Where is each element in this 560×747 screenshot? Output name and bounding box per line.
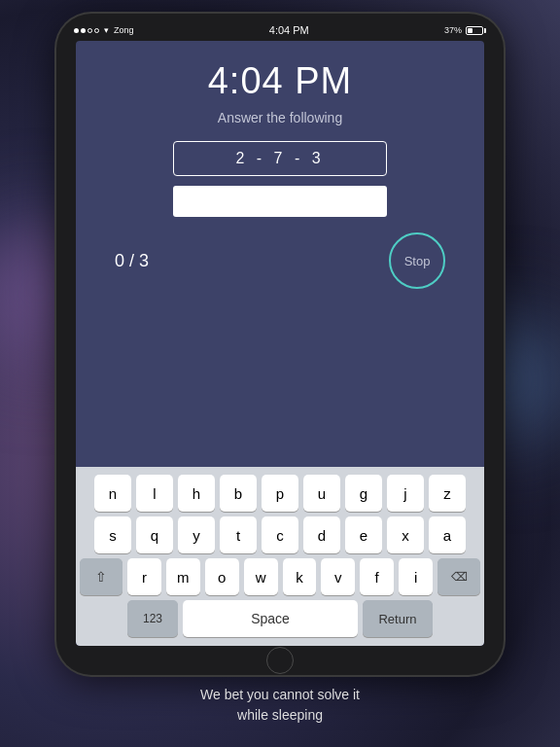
key-m[interactable]: m bbox=[166, 558, 200, 595]
backspace-icon: ⌫ bbox=[451, 570, 468, 584]
home-button[interactable] bbox=[266, 647, 294, 674]
status-bar: ▾ Zong 4:04 PM 37% bbox=[56, 14, 504, 41]
keyboard-row-1: n l h b p u g j z bbox=[80, 475, 480, 512]
key-v[interactable]: v bbox=[321, 558, 355, 595]
key-n[interactable]: n bbox=[94, 475, 131, 512]
key-u[interactable]: u bbox=[303, 475, 340, 512]
backspace-key[interactable]: ⌫ bbox=[438, 558, 480, 595]
key-d[interactable]: d bbox=[303, 516, 340, 553]
sequence-box: 2 - 7 - 3 bbox=[173, 141, 387, 176]
return-key[interactable]: Return bbox=[363, 600, 433, 637]
status-left: ▾ Zong bbox=[74, 25, 134, 35]
key-s[interactable]: s bbox=[94, 516, 131, 553]
status-time: 4:04 PM bbox=[269, 24, 309, 36]
progress-text: 0 / 3 bbox=[115, 251, 149, 271]
key-o[interactable]: o bbox=[205, 558, 239, 595]
status-right: 37% bbox=[444, 25, 486, 35]
space-label: Space bbox=[251, 611, 290, 626]
key-e[interactable]: e bbox=[345, 516, 382, 553]
content-area: 4:04 PM Answer the following 2 - 7 - 3 0… bbox=[76, 41, 484, 467]
keyboard-row-2: s q y t c d e x a bbox=[80, 516, 480, 553]
signal-dot-2 bbox=[81, 28, 86, 33]
space-key[interactable]: Space bbox=[183, 600, 358, 637]
key-a[interactable]: a bbox=[429, 516, 466, 553]
signal-dot-3 bbox=[88, 28, 92, 33]
key-b[interactable]: b bbox=[220, 475, 257, 512]
keyboard: n l h b p u g j z s q y t c d e x a bbox=[76, 467, 484, 646]
signal-dot-4 bbox=[94, 28, 99, 33]
key-x[interactable]: x bbox=[387, 516, 424, 553]
key-h[interactable]: h bbox=[178, 475, 215, 512]
answer-input[interactable] bbox=[173, 186, 387, 217]
shift-icon: ⇧ bbox=[95, 569, 107, 585]
key-y[interactable]: y bbox=[178, 516, 215, 553]
caption: We bet you cannot solve it while sleepin… bbox=[200, 685, 360, 726]
key-p[interactable]: p bbox=[262, 475, 298, 512]
key-r[interactable]: r bbox=[127, 558, 161, 595]
keyboard-row-3: ⇧ r m o w k v f i ⌫ bbox=[80, 558, 480, 595]
prompt-text: Answer the following bbox=[218, 110, 342, 125]
key-z[interactable]: z bbox=[429, 475, 466, 512]
key-q[interactable]: q bbox=[136, 516, 173, 553]
numbers-key[interactable]: 123 bbox=[127, 600, 178, 637]
key-f[interactable]: f bbox=[360, 558, 394, 595]
key-c[interactable]: c bbox=[262, 516, 298, 553]
key-k[interactable]: k bbox=[283, 558, 317, 595]
time-display: 4:04 PM bbox=[208, 60, 353, 102]
caption-line2: while sleeping bbox=[200, 705, 360, 726]
key-i[interactable]: i bbox=[399, 558, 433, 595]
shift-key[interactable]: ⇧ bbox=[80, 558, 122, 595]
screen: 4:04 PM Answer the following 2 - 7 - 3 0… bbox=[76, 41, 484, 646]
home-button-area bbox=[56, 646, 504, 675]
key-j[interactable]: j bbox=[387, 475, 424, 512]
numbers-label: 123 bbox=[143, 612, 162, 625]
key-w[interactable]: w bbox=[244, 558, 278, 595]
caption-line1: We bet you cannot solve it bbox=[200, 685, 360, 705]
battery-icon bbox=[466, 26, 486, 35]
progress-stop-row: 0 / 3 Stop bbox=[105, 232, 455, 289]
signal-dot-1 bbox=[74, 28, 79, 33]
wifi-icon: ▾ bbox=[104, 25, 109, 35]
carrier-name: Zong bbox=[114, 25, 134, 35]
key-g[interactable]: g bbox=[345, 475, 382, 512]
key-l[interactable]: l bbox=[136, 475, 173, 512]
battery-percent: 37% bbox=[444, 25, 462, 35]
key-t[interactable]: t bbox=[220, 516, 257, 553]
stop-button[interactable]: Stop bbox=[389, 232, 445, 289]
tablet-frame: ▾ Zong 4:04 PM 37% 4:04 PM Answer the fo… bbox=[56, 14, 504, 675]
return-label: Return bbox=[378, 612, 416, 626]
keyboard-row-4: 123 Space Return bbox=[80, 600, 480, 637]
